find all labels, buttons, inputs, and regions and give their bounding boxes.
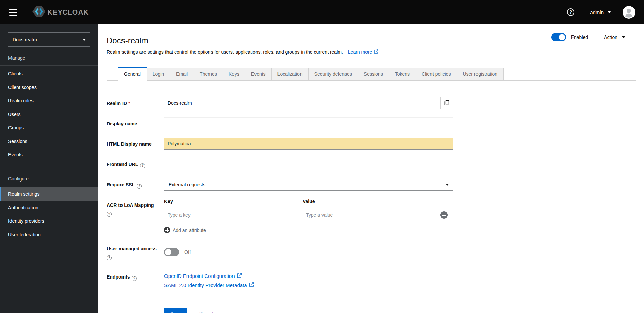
copy-button[interactable]: [440, 97, 453, 109]
nav-section-configure: Configure: [0, 172, 98, 186]
hamburger-menu-icon[interactable]: [9, 5, 23, 19]
sidebar-item-realm-settings[interactable]: Realm settings: [0, 187, 98, 201]
sidebar-item-user-federation[interactable]: User federation: [0, 228, 98, 241]
endpoints-row: Endpoints? OpenID Endpoint Configuration…: [107, 270, 644, 289]
display-name-input[interactable]: [164, 117, 453, 129]
help-icon[interactable]: ?: [567, 8, 574, 16]
display-name-label: Display name: [107, 117, 164, 129]
tab-security-defenses[interactable]: Security defenses: [309, 68, 358, 80]
sidebar-item-events[interactable]: Events: [0, 148, 98, 162]
realm-id-label: Realm ID*: [107, 97, 164, 109]
require-ssl-select[interactable]: External requests: [164, 178, 453, 191]
external-link-icon: [237, 272, 242, 280]
keycloak-logo[interactable]: KEYCLOAK: [32, 6, 89, 19]
username-label: admin: [590, 9, 604, 15]
main-content: Docs-realm Realm settings are settings t…: [98, 24, 644, 313]
tab-localization[interactable]: Localization: [272, 68, 309, 80]
tab-sessions[interactable]: Sessions: [358, 68, 389, 80]
acr-key-input[interactable]: [164, 209, 298, 221]
revert-button[interactable]: Revert: [199, 311, 213, 313]
chevron-down-icon: [446, 184, 449, 186]
learn-more-link[interactable]: Learn more: [348, 49, 379, 56]
saml-metadata-label: SAML 2.0 Identity Provider Metadata: [164, 282, 247, 289]
action-dropdown-label: Action: [604, 34, 617, 40]
realm-id-input[interactable]: [164, 97, 440, 109]
openid-endpoint-label: OpenID Endpoint Configuration: [164, 272, 235, 280]
copy-icon: [444, 100, 449, 106]
tab-client-policies[interactable]: Client policies: [416, 68, 457, 80]
help-icon[interactable]: ?: [137, 184, 142, 189]
sidebar-item-users[interactable]: Users: [0, 107, 98, 121]
frontend-url-label: Frontend URL?: [107, 158, 164, 170]
value-column-header: Value: [303, 199, 436, 204]
page-description-text: Realm settings are settings that control…: [107, 49, 343, 55]
acr-loa-mapping-label: ACR to LoA Mapping ?: [107, 199, 164, 234]
frontend-url-row: Frontend URL?: [107, 158, 644, 170]
sidebar-item-groups[interactable]: Groups: [0, 121, 98, 135]
sidebar-item-clients[interactable]: Clients: [0, 67, 98, 80]
learn-more-label: Learn more: [348, 49, 372, 56]
realm-enabled-toggle[interactable]: [551, 33, 566, 41]
required-marker: *: [128, 101, 130, 106]
add-attribute-button[interactable]: Add an attribute: [164, 227, 206, 233]
openid-endpoint-configuration-link[interactable]: OpenID Endpoint Configuration: [164, 272, 453, 280]
enabled-label: Enabled: [571, 34, 588, 40]
top-bar: KEYCLOAK ? admin: [0, 0, 644, 24]
realm-selector[interactable]: Docs-realm: [8, 32, 90, 47]
user-menu-dropdown[interactable]: admin: [590, 9, 611, 15]
keycloak-hexagon-icon: [32, 6, 45, 19]
sidebar: Docs-realm Manage Clients Client scopes …: [0, 24, 98, 313]
sidebar-item-identity-providers[interactable]: Identity providers: [0, 214, 98, 228]
form-actions: Save Revert: [164, 308, 644, 313]
endpoints-label: Endpoints?: [107, 270, 164, 289]
sidebar-item-authentication[interactable]: Authentication: [0, 201, 98, 214]
user-managed-access-row: User-managed access ? Off: [107, 242, 644, 260]
acr-value-input[interactable]: [303, 209, 436, 221]
help-icon[interactable]: ?: [132, 276, 137, 281]
add-attribute-label: Add an attribute: [173, 227, 206, 233]
tab-general[interactable]: General: [118, 67, 147, 81]
require-ssl-row: Require SSL? External requests: [107, 178, 644, 191]
chevron-down-icon: [608, 11, 611, 13]
key-column-header: Key: [164, 199, 298, 204]
saml-metadata-link[interactable]: SAML 2.0 Identity Provider Metadata: [164, 282, 453, 289]
acr-loa-mapping-row: ACR to LoA Mapping ? Key Value Add an at…: [107, 199, 644, 234]
tab-user-registration[interactable]: User registration: [457, 68, 504, 80]
chevron-down-icon: [622, 36, 625, 38]
general-settings-form: Realm ID* Display name HTML Display name: [98, 81, 644, 313]
html-display-name-label: HTML Display name: [107, 138, 164, 150]
realm-id-row: Realm ID*: [107, 97, 644, 109]
sidebar-item-client-scopes[interactable]: Client scopes: [0, 80, 98, 94]
tab-tokens[interactable]: Tokens: [389, 68, 416, 80]
html-display-name-input[interactable]: [164, 138, 453, 150]
user-managed-access-state: Off: [184, 249, 191, 255]
tab-keys[interactable]: Keys: [223, 68, 245, 80]
help-icon[interactable]: ?: [140, 163, 145, 168]
remove-attribute-icon[interactable]: [440, 211, 448, 219]
user-managed-access-label: User-managed access ?: [107, 242, 164, 260]
action-dropdown[interactable]: Action: [599, 31, 630, 43]
sidebar-item-sessions[interactable]: Sessions: [0, 135, 98, 148]
tab-email[interactable]: Email: [170, 68, 194, 80]
avatar[interactable]: [623, 6, 635, 19]
sidebar-item-realm-roles[interactable]: Realm roles: [0, 94, 98, 107]
nav-section-manage: Manage: [0, 51, 98, 66]
plus-circle-icon: [164, 227, 170, 233]
realm-selector-value: Docs-realm: [13, 37, 37, 42]
user-managed-access-toggle[interactable]: [164, 248, 179, 256]
tab-events[interactable]: Events: [245, 68, 272, 80]
tab-login[interactable]: Login: [147, 68, 170, 80]
html-display-name-row: HTML Display name: [107, 138, 644, 150]
frontend-url-input[interactable]: [164, 158, 453, 170]
help-icon[interactable]: ?: [107, 212, 112, 217]
display-name-row: Display name: [107, 117, 644, 129]
require-ssl-label: Require SSL?: [107, 178, 164, 191]
require-ssl-selected-value: External requests: [169, 182, 205, 187]
external-link-icon: [374, 49, 378, 56]
save-button[interactable]: Save: [164, 308, 187, 313]
page-description: Realm settings are settings that control…: [107, 49, 630, 56]
brand-text: KEYCLOAK: [47, 8, 89, 16]
chevron-down-icon: [83, 39, 86, 41]
help-icon[interactable]: ?: [107, 255, 112, 260]
tab-themes[interactable]: Themes: [194, 68, 223, 80]
